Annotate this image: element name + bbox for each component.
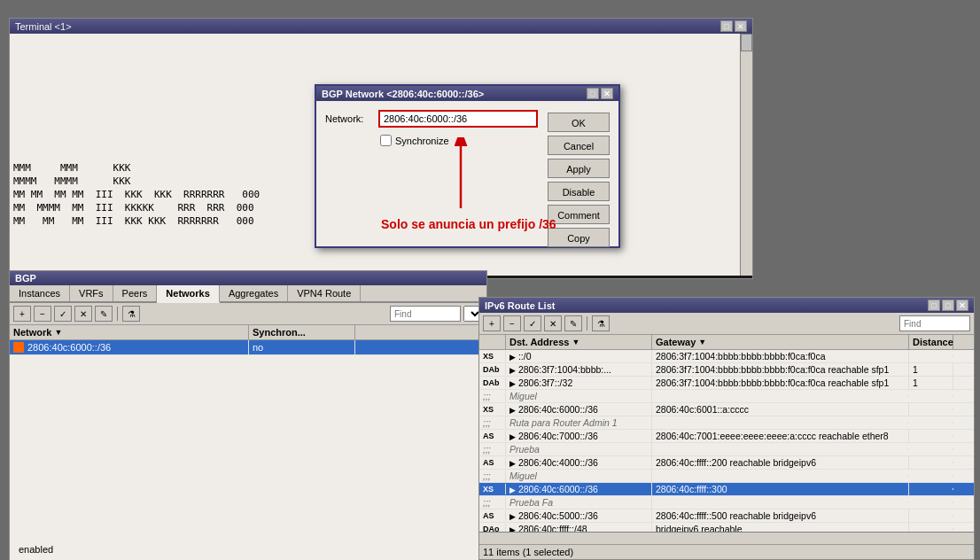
ipv6-table-header: Dst. Address ▼ Gateway ▼ Distance bbox=[479, 335, 974, 350]
terminal-scrollbar[interactable] bbox=[740, 34, 752, 276]
route-row-4[interactable]: XS ▶ 2806:40c:6000::/36 2806:40c:6001::a… bbox=[479, 403, 974, 416]
dialog-title: BGP Network <2806:40c:6000::/36> bbox=[322, 89, 484, 99]
annotation-container: Solo se anuncia un prefijo /36 bbox=[381, 217, 556, 231]
dialog-buttons: OK Cancel Apply Disable Comment Copy bbox=[548, 113, 610, 247]
ok-button[interactable]: OK bbox=[548, 113, 610, 132]
th-synchronize: Synchron... bbox=[249, 325, 355, 339]
tab-instances[interactable]: Instances bbox=[10, 285, 70, 301]
restore-button[interactable]: □ bbox=[720, 20, 733, 32]
annotation-arrow bbox=[434, 137, 487, 217]
tab-networks[interactable]: Networks bbox=[157, 285, 220, 303]
ipv6-check-button[interactable]: ✓ bbox=[524, 315, 541, 331]
bgp-titlebar: BGP bbox=[10, 271, 486, 285]
tab-peers[interactable]: Peers bbox=[113, 285, 158, 301]
bgp-find-input[interactable] bbox=[390, 306, 461, 322]
route-row-comment-ruta: ;;; Ruta para Router Admin 1 bbox=[479, 416, 974, 430]
route-row-as2[interactable]: AS ▶ 2806:40c:4000::/36 2806:40c:ffff::2… bbox=[479, 456, 974, 470]
ipv6-status-bar: 11 items (1 selected) bbox=[479, 544, 974, 559]
td-network: 2806:40c:6000::/36 bbox=[10, 340, 249, 354]
ipv6-title: IPv6 Route List bbox=[485, 300, 555, 311]
ipv6-remove-button[interactable]: − bbox=[503, 315, 521, 331]
ipv6-panel: IPv6 Route List □ □ ✕ + − ✓ ✕ ✎ ⚗ Dst. A… bbox=[478, 297, 975, 560]
synchronize-checkbox[interactable] bbox=[380, 135, 392, 146]
terminal-scrollbar-thumb[interactable] bbox=[741, 34, 752, 51]
route-row-comment-prueba-fa: ;;; Prueba Fa bbox=[479, 496, 974, 509]
td-sync: no bbox=[249, 340, 355, 354]
route-row-0[interactable]: XS ▶ ::/0 2806:3f7:1004:bbbb:bbbb:bbbb:f… bbox=[479, 350, 974, 363]
dialog-restore-button[interactable]: □ bbox=[587, 88, 599, 99]
bgp-toolbar: + − ✓ ✕ ✎ ⚗ bbox=[10, 303, 486, 325]
ipv6-route-rows: XS ▶ ::/0 2806:3f7:1004:bbbb:bbbb:bbbb:f… bbox=[479, 350, 974, 532]
ipv6-close-button[interactable]: ✕ bbox=[956, 299, 968, 311]
bgp-table-header: Network ▼ Synchron... bbox=[10, 325, 486, 340]
route-row-comment-miguel2: ;;; Miguel bbox=[479, 470, 974, 483]
dialog-titlebar: BGP Network <2806:40c:6000::/36> □ ✕ bbox=[316, 86, 618, 101]
tab-vrfs[interactable]: VRFs bbox=[70, 285, 113, 301]
tab-aggregates[interactable]: Aggregates bbox=[220, 285, 288, 301]
dialog-network-label: Network: bbox=[325, 113, 378, 124]
remove-button[interactable]: − bbox=[34, 306, 51, 322]
edit-button[interactable]: ✎ bbox=[95, 306, 113, 322]
ipv6-restore-button[interactable]: □ bbox=[928, 299, 940, 311]
comment-button[interactable]: Comment bbox=[548, 205, 610, 224]
terminal-titlebar: Terminal <1> □ ✕ bbox=[10, 19, 752, 34]
dialog-close-button[interactable]: ✕ bbox=[601, 88, 613, 99]
bgp-tab-bar: Instances VRFs Peers Networks Aggregates… bbox=[10, 285, 486, 303]
route-row-as3[interactable]: AS ▶ 2806:40c:5000::/36 2806:40c:ffff::5… bbox=[479, 509, 974, 523]
th-network: Network ▼ bbox=[10, 325, 249, 339]
ipv6-titlebar: IPv6 Route List □ □ ✕ bbox=[479, 298, 974, 313]
disable-button[interactable]: Disable bbox=[548, 182, 610, 201]
close-button[interactable]: ✕ bbox=[735, 20, 747, 32]
ipv6-x-button[interactable]: ✕ bbox=[544, 315, 562, 331]
ipv6-max-button[interactable]: □ bbox=[942, 299, 954, 311]
rth-gateway: Gateway ▼ bbox=[652, 335, 909, 349]
rth-distance: Distance bbox=[909, 335, 953, 349]
ipv6-toolbar: + − ✓ ✕ ✎ ⚗ bbox=[479, 313, 974, 335]
bgp-table: Network ▼ Synchron... 2806:40c:6000::/36… bbox=[10, 325, 486, 549]
ipv6-add-button[interactable]: + bbox=[483, 315, 501, 331]
apply-button[interactable]: Apply bbox=[548, 159, 610, 178]
route-row-comment-prueba: ;;; Prueba bbox=[479, 443, 974, 456]
ipv6-titlebar-buttons: □ □ ✕ bbox=[928, 299, 968, 311]
route-row-comment-miguel: ;;; Miguel bbox=[479, 390, 974, 403]
annotation-text: Solo se anuncia un prefijo /36 bbox=[381, 217, 556, 231]
tab-vpn4route[interactable]: VPN4 Route bbox=[288, 285, 361, 301]
network-icon bbox=[13, 342, 24, 353]
check-button[interactable]: ✓ bbox=[54, 306, 72, 322]
ipv6-scrollbar-h[interactable] bbox=[479, 532, 974, 544]
cancel-button[interactable]: Cancel bbox=[548, 136, 610, 155]
ipv6-toolbar-separator bbox=[587, 316, 587, 331]
rth-flag bbox=[479, 335, 506, 349]
filter-button[interactable]: ⚗ bbox=[122, 306, 140, 322]
bgp-enabled-label: enabled bbox=[19, 544, 53, 555]
rth-dst: Dst. Address ▼ bbox=[506, 335, 652, 349]
bgp-title: BGP bbox=[15, 273, 36, 284]
bgp-table-row[interactable]: 2806:40c:6000::/36 no bbox=[10, 340, 486, 355]
copy-button[interactable]: Copy bbox=[548, 228, 610, 247]
toolbar-separator bbox=[117, 307, 118, 321]
route-row-2[interactable]: DAb ▶ 2806:3f7::/32 2806:3f7:1004:bbbb:b… bbox=[479, 377, 974, 390]
route-row-xs-highlighted[interactable]: XS ▶ 2806:40c:6000::/36 2806:40c:ffff::3… bbox=[479, 483, 974, 496]
terminal-titlebar-buttons: □ ✕ bbox=[720, 20, 747, 32]
ipv6-find-input[interactable] bbox=[899, 315, 970, 331]
dialog-titlebar-buttons: □ ✕ bbox=[587, 88, 613, 99]
ipv6-edit-button[interactable]: ✎ bbox=[564, 315, 582, 331]
route-row-1[interactable]: DAb ▶ 2806:3f7:1004:bbbb:... 2806:3f7:10… bbox=[479, 363, 974, 377]
bgp-panel: BGP Instances VRFs Peers Networks Aggreg… bbox=[9, 270, 487, 560]
route-row-dao[interactable]: DAo ▶ 2806:40c:ffff::/48 bridgeipv6 reac… bbox=[479, 523, 974, 532]
ipv6-filter-button[interactable]: ⚗ bbox=[592, 315, 610, 331]
route-row-as1[interactable]: AS ▶ 2806:40c:7000::/36 2806:40c:7001:ee… bbox=[479, 430, 974, 443]
terminal-title: Terminal <1> bbox=[15, 21, 72, 32]
x-button[interactable]: ✕ bbox=[74, 306, 92, 322]
add-button[interactable]: + bbox=[13, 306, 31, 322]
dialog-network-input[interactable] bbox=[378, 110, 538, 128]
ipv6-status-text: 11 items (1 selected) bbox=[483, 547, 573, 557]
